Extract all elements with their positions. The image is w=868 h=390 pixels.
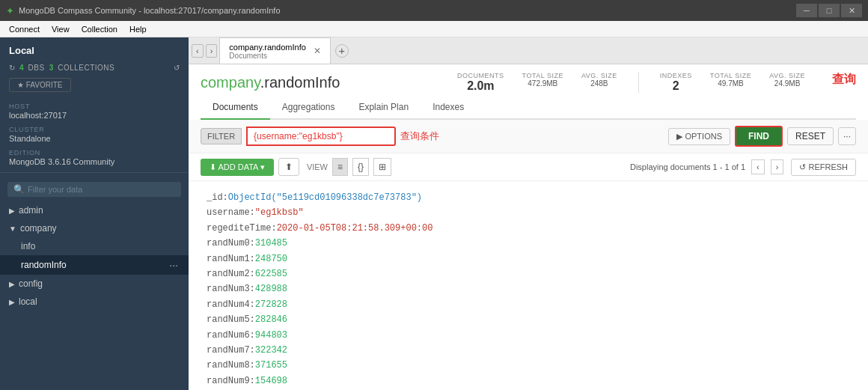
minimize-button[interactable]: ─ — [796, 4, 817, 17]
collection-title: company.randomInfo — [201, 74, 340, 91]
table-row: username: "eg1kbsb" — [207, 205, 850, 220]
sidebar-db-local-label: local — [19, 296, 37, 307]
page-prev-button[interactable]: ‹ — [751, 159, 765, 174]
doc-field-value: 322342 — [255, 343, 287, 358]
doc-field-key: randNum9: — [207, 374, 255, 389]
sidebar-edition-section: EDITION MongoDB 3.6.16 Community — [0, 144, 189, 168]
filter-label: FILTER — [201, 128, 242, 144]
table-row: _id: ObjectId("5e119cd01096338dc7e73783"… — [207, 190, 850, 205]
filter-input[interactable] — [246, 127, 396, 146]
doc-field-key: randNum7: — [207, 343, 255, 358]
reset-button[interactable]: RESET — [787, 127, 834, 145]
tab-aggregations[interactable]: Aggregations — [270, 96, 347, 120]
sidebar-reload-icon[interactable]: ↺ — [174, 64, 180, 72]
tab-indexes[interactable]: Indexes — [421, 96, 476, 120]
doc-field-key: username: — [207, 205, 255, 220]
sidebar-host-section: HOST localhost:27017 — [0, 98, 189, 121]
doc-field-value: 282846 — [255, 312, 287, 327]
stat-indexes: INDEXES 2 — [660, 72, 692, 93]
doc-field-key: _id: — [207, 190, 228, 205]
sidebar-cluster-section: CLUSTER Standalone — [0, 121, 189, 144]
doc-field-key: randNum8: — [207, 358, 255, 373]
query-bar: FILTER 查询条件 ▶ OPTIONS FIND RESET ··· — [189, 120, 868, 153]
doc-field-key: randNum1: — [207, 252, 255, 266]
sidebar-db-local[interactable]: ▶ local — [0, 293, 189, 311]
search-icon: 🔍 — [13, 184, 25, 195]
menu-view[interactable]: View — [46, 23, 76, 35]
menu-collection[interactable]: Collection — [76, 23, 123, 35]
doc-field-key: randNum4: — [207, 297, 255, 312]
maximize-button[interactable]: □ — [819, 4, 840, 17]
doc-field-key: randNum6: — [207, 328, 255, 343]
menubar: Connect View Collection Help — [0, 21, 868, 37]
nav-forward-button[interactable]: › — [206, 44, 218, 58]
search-input[interactable] — [28, 185, 175, 194]
doc-field-key: regediteTime: — [207, 221, 277, 236]
sidebar-search[interactable]: 🔍 — [7, 182, 181, 197]
sidebar-db-admin-label: admin — [19, 205, 43, 216]
view-json-button[interactable]: {} — [352, 158, 369, 176]
view-label: VIEW — [307, 162, 328, 171]
sidebar-db-config[interactable]: ▶ config — [0, 275, 189, 293]
table-row: randNum5: 282846 — [207, 312, 850, 327]
doc-field-value: 428988 — [255, 281, 287, 296]
table-row: randNum2: 622585 — [207, 266, 850, 281]
collection-stats: DOCUMENTS 2.0m TOTAL SIZE 472.9MB AVG. S… — [457, 72, 856, 93]
table-row: randNum8: 371655 — [207, 358, 850, 373]
close-button[interactable]: ✕ — [841, 4, 862, 17]
export-button[interactable]: ⬆ — [278, 158, 299, 176]
stat-divider — [638, 72, 639, 93]
find-button[interactable]: FIND — [735, 126, 783, 147]
more-options-button[interactable]: ··· — [838, 127, 856, 145]
sidebar-collection-info[interactable]: info — [0, 237, 189, 255]
doc-field-key: randNum0: — [207, 236, 255, 251]
tab-randominfo[interactable]: company.randomInfo Documents ✕ — [219, 37, 331, 64]
tab-explain-plan[interactable]: Explain Plan — [346, 96, 421, 120]
collection-tabs: Documents Aggregations Explain Plan Inde… — [201, 96, 856, 120]
refresh-button[interactable]: ↺ REFRESH — [791, 159, 856, 176]
tab-subtitle: Documents — [229, 52, 306, 60]
doc-content: _id: ObjectId("5e119cd01096338dc7e73783"… — [189, 181, 868, 390]
sidebar-divider — [0, 172, 189, 173]
query-hint-text: 查询 — [832, 73, 856, 85]
sidebar-db-company-label: company — [20, 223, 57, 234]
collection-header: company.randomInfo DOCUMENTS 2.0m TOTAL … — [189, 64, 868, 93]
tab-add-button[interactable]: + — [335, 44, 349, 58]
tab-close-button[interactable]: ✕ — [314, 46, 321, 56]
sidebar-db-config-label: config — [19, 278, 43, 289]
view-list-button[interactable]: ≡ — [332, 158, 348, 176]
add-data-button[interactable]: ⬇ ADD DATA ▾ — [201, 159, 274, 176]
nav-back-button[interactable]: ‹ — [192, 44, 204, 58]
table-row: randNum4: 272828 — [207, 297, 850, 312]
table-row: randNum7: 322342 — [207, 343, 850, 358]
doc-field-key: randNum3: — [207, 281, 255, 296]
menu-connect[interactable]: Connect — [3, 23, 46, 35]
content-area: ‹ › company.randomInfo Documents ✕ + com… — [189, 37, 868, 390]
chevron-right-icon: ▶ — [9, 207, 15, 215]
sidebar-db-admin[interactable]: ▶ admin — [0, 201, 189, 219]
main-layout: Local ↻ 4 DBS 3 COLLECTIONS ↺ ★ FAVORITE… — [0, 37, 868, 390]
view-table-button[interactable]: ⊞ — [373, 158, 391, 176]
sidebar-refresh-icon[interactable]: ↻ — [9, 64, 15, 72]
stat-index-total-size: TOTAL SIZE 49.7MB — [710, 72, 751, 93]
doc-field-value: "eg1kbsb" — [255, 205, 304, 220]
table-row: randNum1: 248750 — [207, 252, 850, 266]
doc-field-value: 371655 — [255, 358, 287, 373]
options-button[interactable]: ▶ OPTIONS — [668, 128, 730, 145]
titlebar: ✦ MongoDB Compass Community - localhost:… — [0, 0, 868, 21]
chevron-right-icon-3: ▶ — [9, 298, 15, 306]
sidebar-collection-randominfo[interactable]: randomInfo ··· — [0, 255, 189, 275]
sidebar-db-company[interactable]: ▼ company — [0, 219, 189, 237]
favorite-button[interactable]: ★ FAVORITE — [9, 78, 71, 92]
menu-help[interactable]: Help — [123, 23, 153, 35]
doc-toolbar: ⬇ ADD DATA ▾ ⬆ VIEW ≡ {} ⊞ Displaying do… — [189, 153, 868, 181]
tab-documents[interactable]: Documents — [201, 96, 270, 120]
doc-field-value: 154698 — [255, 374, 287, 389]
collection-more-button[interactable]: ··· — [168, 259, 180, 271]
stat-index-avg-size: AVG. SIZE 24.9MB — [769, 72, 805, 93]
doc-field-key: randNum2: — [207, 266, 255, 281]
doc-count-info: Displaying documents 1 - 1 of 1 — [630, 162, 745, 171]
page-next-button[interactable]: › — [771, 159, 784, 174]
sidebar-collection-info-label: info — [21, 241, 35, 252]
collection-name: randomInfo — [264, 74, 340, 91]
